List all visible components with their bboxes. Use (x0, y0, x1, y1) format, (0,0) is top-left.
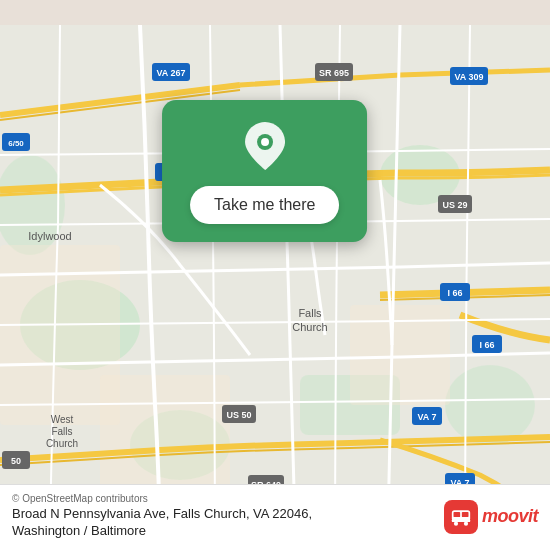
svg-text:I 66: I 66 (479, 340, 494, 350)
svg-rect-46 (462, 512, 469, 517)
map-container: VA 267 SR 695 VA 309 6/50 I 66 I 66 I 66… (0, 0, 550, 550)
svg-text:VA 7: VA 7 (417, 412, 436, 422)
location-card: Take me there (162, 100, 367, 242)
svg-text:50: 50 (11, 456, 21, 466)
svg-rect-45 (453, 512, 460, 517)
address-container: Broad N Pennsylvania Ave, Falls Church, … (12, 506, 436, 540)
address-line1: Broad N Pennsylvania Ave, Falls Church, … (12, 506, 436, 523)
svg-text:6/50: 6/50 (8, 139, 24, 148)
svg-point-5 (445, 365, 535, 445)
svg-rect-9 (100, 375, 230, 495)
svg-text:Falls: Falls (298, 307, 322, 319)
svg-rect-47 (452, 519, 470, 522)
svg-point-49 (464, 521, 468, 525)
svg-point-43 (261, 138, 269, 146)
svg-text:Church: Church (292, 321, 327, 333)
svg-text:US 50: US 50 (226, 410, 251, 420)
take-me-there-button[interactable]: Take me there (190, 186, 339, 224)
bottom-left-info: © OpenStreetMap contributors Broad N Pen… (12, 493, 436, 540)
svg-text:I 66: I 66 (447, 288, 462, 298)
address-line2: Washington / Baltimore (12, 523, 436, 540)
svg-text:SR 695: SR 695 (319, 68, 349, 78)
svg-text:Falls: Falls (51, 426, 72, 437)
moovit-logo: moovit (444, 500, 538, 534)
svg-text:West: West (51, 414, 74, 425)
svg-point-48 (454, 521, 458, 525)
svg-text:VA 309: VA 309 (454, 72, 483, 82)
svg-text:Idylwood: Idylwood (28, 230, 71, 242)
svg-text:US 29: US 29 (442, 200, 467, 210)
bottom-bar: © OpenStreetMap contributors Broad N Pen… (0, 484, 550, 550)
location-pin-icon (245, 122, 285, 174)
map-background: VA 267 SR 695 VA 309 6/50 I 66 I 66 I 66… (0, 0, 550, 550)
moovit-bus-icon (444, 500, 478, 534)
svg-text:Church: Church (46, 438, 78, 449)
svg-text:VA 267: VA 267 (156, 68, 185, 78)
moovit-text: moovit (482, 506, 538, 527)
copyright-text: © OpenStreetMap contributors (12, 493, 436, 504)
